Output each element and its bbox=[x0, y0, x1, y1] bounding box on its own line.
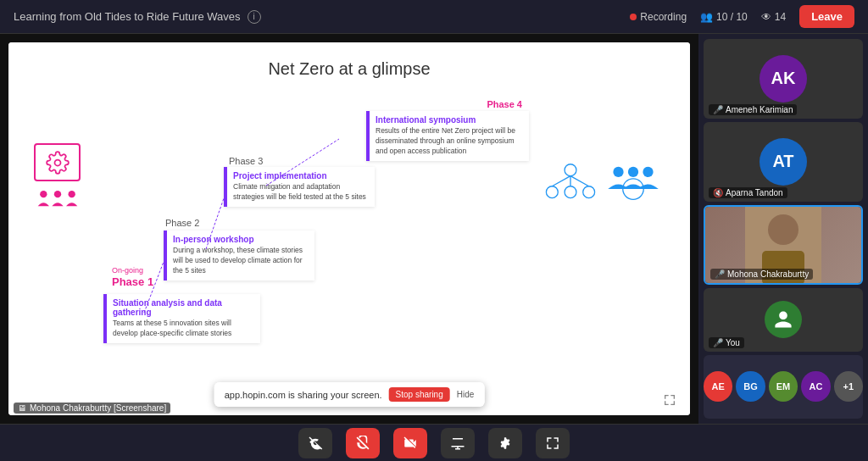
phase4-label: Phase 4 bbox=[487, 99, 522, 109]
phase3-label: Phase 3 bbox=[229, 156, 263, 166]
avatar-ac: AC bbox=[801, 371, 830, 402]
mic-icon-mohona: 🎤 bbox=[715, 269, 725, 279]
stop-sharing-button[interactable]: Stop sharing bbox=[389, 387, 450, 402]
slide-box2: In-person workshop During a workshop, th… bbox=[164, 230, 314, 280]
avatar-em: EM bbox=[769, 371, 798, 402]
avatar-bg: BG bbox=[736, 371, 765, 402]
svg-point-3 bbox=[68, 191, 75, 197]
phase1-ongoing: On-going bbox=[112, 266, 143, 275]
svg-point-12 bbox=[628, 167, 638, 177]
svg-line-10 bbox=[570, 176, 589, 186]
people-icon: 👥 bbox=[700, 11, 713, 23]
slide-diagram: Phase 4 Phase 3 Phase 2 On-going Phase 1… bbox=[25, 92, 673, 389]
mic-toggle-button[interactable] bbox=[346, 428, 380, 458]
mic-icon-at: 🔇 bbox=[713, 188, 723, 197]
slide-left-icons bbox=[34, 143, 81, 212]
participant-name-mohona: 🎤 Mohona Chakraburtty bbox=[710, 269, 813, 280]
leave-button[interactable]: Leave bbox=[799, 5, 854, 28]
slide-box3-title: International symposium bbox=[376, 115, 523, 125]
camera-toggle-button[interactable] bbox=[298, 428, 332, 458]
controls-bar bbox=[0, 424, 868, 461]
slide-box-project-text: Climate mitigation and adaptation strate… bbox=[233, 182, 369, 203]
slide-box3-text: Results of the entire Net Zero project w… bbox=[376, 126, 523, 157]
hide-link[interactable]: Hide bbox=[457, 390, 475, 399]
eye-icon: 👁 bbox=[761, 11, 771, 23]
slide-box1: Situation analysis and data gathering Te… bbox=[103, 294, 260, 343]
fullscreen-toggle-button[interactable] bbox=[536, 428, 570, 458]
info-icon[interactable]: i bbox=[248, 10, 261, 24]
participants-count: 👥 10 / 10 bbox=[700, 11, 748, 23]
participant-tile-mohona: 🎤 Mohona Chakraburtty bbox=[704, 205, 863, 285]
recording-dot bbox=[630, 14, 637, 20]
svg-point-11 bbox=[613, 167, 623, 177]
participants-number: 10 / 10 bbox=[716, 11, 748, 23]
slide-box-project: Project implementation Climate mitigatio… bbox=[224, 167, 375, 207]
screenshare-notification: app.hopin.com is sharing your screen. St… bbox=[214, 382, 485, 407]
participant-name-at: 🔇 Aparna Tandon bbox=[709, 187, 787, 198]
meeting-title: Learning from Old Tides to Ride Future W… bbox=[14, 10, 241, 23]
avatar-at: AT bbox=[760, 138, 807, 186]
top-bar: Learning from Old Tides to Ride Future W… bbox=[0, 0, 868, 34]
top-bar-right: Recording 👥 10 / 10 👁 14 Leave bbox=[630, 5, 854, 28]
video-toggle-button[interactable] bbox=[393, 428, 427, 458]
screenshare-text: app.hopin.com is sharing your screen. bbox=[225, 390, 382, 400]
svg-point-13 bbox=[643, 167, 653, 177]
slide-box1-text: Teams at these 5 innovation sites will d… bbox=[113, 319, 254, 339]
slide-right-icons bbox=[541, 152, 663, 210]
svg-point-6 bbox=[582, 186, 594, 198]
svg-point-5 bbox=[546, 186, 558, 198]
phase1-label: Phase 1 bbox=[112, 275, 153, 288]
presenter-label: 🖥 Mohona Chakraburtty [Screenshare] bbox=[14, 403, 170, 414]
group-plus-badge: +1 bbox=[834, 371, 863, 402]
slide-content: Net Zero at a glimpse bbox=[8, 42, 690, 415]
mic-icon-ak: 🎤 bbox=[713, 105, 723, 114]
participant-name-you: 🎤 You bbox=[709, 337, 744, 348]
views-count: 👁 14 bbox=[761, 11, 786, 23]
svg-point-0 bbox=[54, 159, 60, 165]
svg-point-2 bbox=[53, 191, 60, 197]
phase2-label: Phase 2 bbox=[165, 218, 199, 228]
avatar-ae: AE bbox=[704, 371, 732, 402]
slide-box3: International symposium Results of the e… bbox=[366, 111, 529, 161]
fullscreen-button[interactable] bbox=[663, 393, 676, 410]
screenshare-icon: 🖥 bbox=[18, 403, 26, 413]
slide-box2-text: During a workshop, these climate stories… bbox=[173, 246, 309, 276]
svg-point-1 bbox=[40, 191, 47, 197]
participant-tile-you: 🎤 You bbox=[704, 288, 863, 352]
group-participants-tile: AE BG EM AC +1 bbox=[704, 355, 863, 419]
slide-area: Net Zero at a glimpse bbox=[0, 34, 698, 424]
slide-box-project-title: Project implementation bbox=[233, 171, 369, 181]
svg-line-8 bbox=[552, 176, 570, 186]
slide-title: Net Zero at a glimpse bbox=[25, 59, 673, 79]
avatar-you bbox=[765, 301, 802, 338]
svg-point-7 bbox=[565, 186, 576, 198]
meeting-title-area: Learning from Old Tides to Ride Future W… bbox=[14, 10, 261, 24]
presenter-name: Mohona Chakraburtty [Screenshare] bbox=[30, 403, 166, 413]
slide-box2-title: In-person workshop bbox=[173, 235, 309, 244]
screen-share-button[interactable] bbox=[441, 428, 475, 458]
recording-status: Recording bbox=[630, 11, 687, 23]
mic-icon-you: 🎤 bbox=[713, 338, 723, 347]
settings-button[interactable] bbox=[488, 428, 522, 458]
avatar-ak: AK bbox=[760, 55, 807, 103]
participant-tile-ak: AK 🎤 Ameneh Karimian bbox=[704, 39, 863, 119]
slide-box1-title: Situation analysis and data gathering bbox=[113, 298, 254, 317]
views-number: 14 bbox=[775, 11, 786, 23]
svg-point-4 bbox=[565, 164, 576, 176]
slide-frame: Net Zero at a glimpse bbox=[8, 42, 690, 415]
right-panel: AK 🎤 Ameneh Karimian AT 🔇 Aparna Tandon bbox=[698, 34, 868, 424]
slide-lines bbox=[25, 92, 673, 389]
main-content: Net Zero at a glimpse bbox=[0, 34, 868, 424]
recording-label: Recording bbox=[640, 11, 687, 23]
participant-name-ak: 🎤 Ameneh Karimian bbox=[709, 104, 797, 115]
participant-tile-at: AT 🔇 Aparna Tandon bbox=[704, 122, 863, 202]
